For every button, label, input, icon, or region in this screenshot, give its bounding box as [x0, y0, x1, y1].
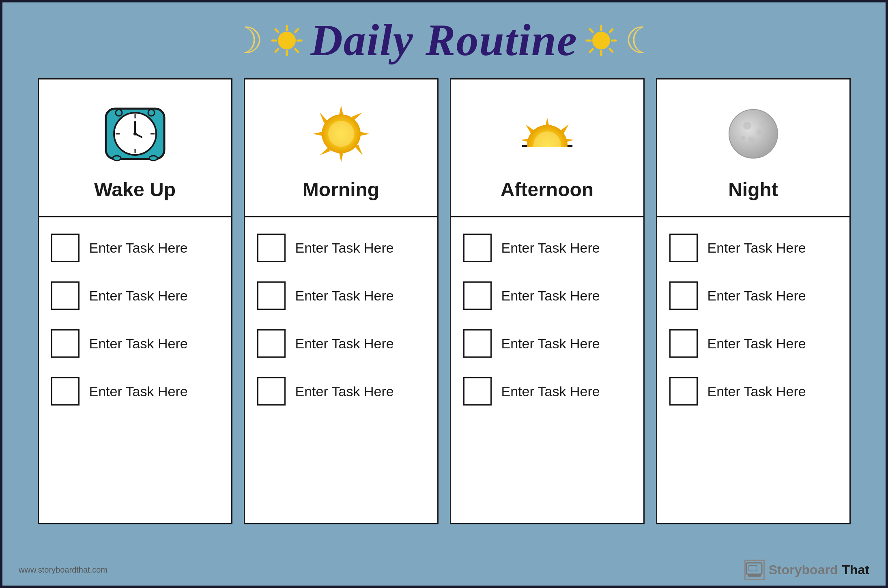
svg-point-28: [116, 109, 122, 116]
svg-point-41: [328, 121, 354, 147]
list-item: Enter Task Here: [51, 377, 219, 406]
task-label-10: Enter Task Here: [501, 288, 600, 304]
svg-line-5: [275, 29, 278, 32]
list-item: Enter Task Here: [51, 329, 219, 358]
svg-point-9: [592, 32, 610, 49]
right-moon-icon: ☽: [625, 22, 658, 59]
logo-icon: [744, 560, 765, 580]
svg-point-52: [743, 122, 751, 130]
column-wake-up-header: Wake Up: [39, 79, 231, 217]
logo-that-text: That: [842, 562, 869, 577]
afternoon-tasks: Enter Task Here Enter Task Here Enter Ta…: [451, 217, 643, 523]
task-checkbox-5[interactable]: [257, 234, 286, 262]
morning-label: Morning: [303, 178, 379, 201]
column-wake-up: Wake Up Enter Task Here Enter Task Here …: [38, 78, 232, 524]
column-morning: Morning Enter Task Here Enter Task Here …: [244, 78, 439, 524]
list-item: Enter Task Here: [51, 281, 219, 310]
afternoon-icon: [511, 97, 584, 170]
svg-point-29: [148, 109, 155, 116]
svg-point-55: [741, 136, 745, 140]
svg-point-0: [278, 32, 296, 49]
task-checkbox-16[interactable]: [669, 377, 698, 406]
svg-line-14: [590, 29, 593, 32]
list-item: Enter Task Here: [463, 377, 631, 406]
task-label-8: Enter Task Here: [295, 384, 394, 399]
column-night-header: Night: [657, 79, 849, 217]
task-label-4: Enter Task Here: [89, 384, 188, 399]
task-checkbox-9[interactable]: [463, 234, 492, 262]
svg-point-50: [533, 131, 561, 159]
task-checkbox-8[interactable]: [257, 377, 286, 406]
list-item: Enter Task Here: [669, 234, 837, 262]
task-checkbox-3[interactable]: [51, 329, 80, 358]
list-item: Enter Task Here: [257, 234, 425, 262]
night-label: Night: [728, 178, 778, 201]
svg-point-30: [113, 156, 121, 161]
wake-up-icon: [99, 97, 172, 170]
morning-tasks: Enter Task Here Enter Task Here Enter Ta…: [245, 217, 437, 523]
footer-url: www.storyboardthat.com: [19, 565, 108, 575]
svg-point-56: [759, 122, 763, 126]
task-checkbox-6[interactable]: [257, 281, 286, 310]
task-label-9: Enter Task Here: [501, 240, 600, 256]
svg-line-17: [590, 49, 593, 52]
task-label-11: Enter Task Here: [501, 336, 600, 352]
task-label-16: Enter Task Here: [707, 384, 806, 399]
list-item: Enter Task Here: [463, 329, 631, 358]
task-checkbox-13[interactable]: [669, 234, 698, 262]
task-checkbox-12[interactable]: [463, 377, 492, 406]
logo-storyboard-text: Storyboard: [769, 562, 838, 577]
task-checkbox-1[interactable]: [51, 234, 80, 262]
task-checkbox-15[interactable]: [669, 329, 698, 358]
page-footer: www.storyboardthat.com StoryboardThat: [19, 560, 869, 580]
list-item: Enter Task Here: [463, 234, 631, 262]
task-checkbox-4[interactable]: [51, 377, 80, 406]
wake-up-label: Wake Up: [94, 178, 176, 201]
morning-icon: [305, 97, 378, 170]
afternoon-label: Afternoon: [501, 178, 593, 201]
task-checkbox-11[interactable]: [463, 329, 492, 358]
list-item: Enter Task Here: [257, 377, 425, 406]
task-label-1: Enter Task Here: [89, 240, 188, 256]
list-item: Enter Task Here: [51, 234, 219, 262]
right-sun-icon: [585, 24, 617, 57]
page-title: Daily Routine: [310, 15, 578, 66]
column-afternoon: Afternoon Enter Task Here Enter Task Her…: [450, 78, 645, 524]
svg-line-6: [295, 49, 298, 52]
list-item: Enter Task Here: [669, 329, 837, 358]
task-checkbox-7[interactable]: [257, 329, 286, 358]
task-checkbox-10[interactable]: [463, 281, 492, 310]
list-item: Enter Task Here: [669, 377, 837, 406]
svg-line-7: [295, 29, 298, 32]
svg-line-8: [275, 49, 278, 52]
svg-point-53: [757, 129, 762, 135]
list-item: Enter Task Here: [257, 281, 425, 310]
column-afternoon-header: Afternoon: [451, 79, 643, 217]
task-label-6: Enter Task Here: [295, 288, 394, 304]
column-night: Night Enter Task Here Enter Task Here En…: [656, 78, 851, 524]
night-tasks: Enter Task Here Enter Task Here Enter Ta…: [657, 217, 849, 523]
task-label-12: Enter Task Here: [501, 384, 600, 399]
task-checkbox-14[interactable]: [669, 281, 698, 310]
night-icon: [717, 97, 790, 170]
svg-point-27: [133, 132, 137, 135]
svg-rect-60: [748, 574, 761, 577]
task-label-5: Enter Task Here: [295, 240, 394, 256]
task-label-13: Enter Task Here: [707, 240, 806, 256]
left-sun-icon: [271, 24, 303, 57]
storyboardthat-logo: StoryboardThat: [744, 560, 869, 580]
task-label-7: Enter Task Here: [295, 336, 394, 352]
daily-routine-grid: Wake Up Enter Task Here Enter Task Here …: [2, 78, 886, 524]
task-label-3: Enter Task Here: [89, 336, 188, 352]
left-moon-icon: ☽: [230, 22, 263, 59]
svg-line-16: [610, 29, 613, 32]
task-label-15: Enter Task Here: [707, 336, 806, 352]
task-label-2: Enter Task Here: [89, 288, 188, 304]
svg-line-15: [610, 49, 613, 52]
task-checkbox-2[interactable]: [51, 281, 80, 310]
wake-up-tasks: Enter Task Here Enter Task Here Enter Ta…: [39, 217, 231, 523]
svg-point-54: [748, 137, 755, 143]
svg-point-31: [149, 156, 157, 161]
column-morning-header: Morning: [245, 79, 437, 217]
list-item: Enter Task Here: [669, 281, 837, 310]
